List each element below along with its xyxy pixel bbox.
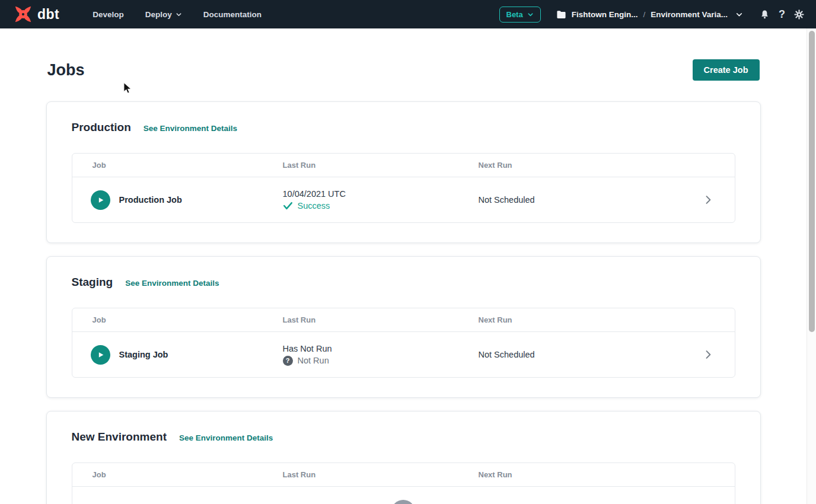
- check-icon: [283, 202, 293, 210]
- beta-dropdown[interactable]: Beta: [499, 7, 541, 23]
- environment-card-staging: Staging See Environment Details Job Last…: [46, 256, 761, 398]
- column-header-job: Job: [72, 315, 283, 324]
- folder-icon: [556, 10, 566, 19]
- nav-item-label: Deploy: [145, 10, 172, 19]
- column-header-next-run: Next Run: [479, 470, 681, 479]
- page-title: Jobs: [47, 61, 85, 79]
- breadcrumb: Fishtown Engin... / Environment Varia...: [556, 10, 743, 19]
- see-environment-details-link[interactable]: See Environment Details: [144, 124, 237, 133]
- environment-card-new-environment: New Environment See Environment Details …: [46, 411, 761, 504]
- nav-utility-icons: ?: [760, 8, 804, 21]
- beta-label: Beta: [506, 10, 523, 19]
- question-circle-icon: ?: [391, 500, 415, 504]
- vertical-scrollbar[interactable]: [807, 28, 816, 504]
- create-job-button[interactable]: Create Job: [693, 59, 760, 81]
- play-icon: [97, 351, 104, 359]
- chevron-down-icon: [527, 11, 534, 18]
- nav-item-label: Develop: [93, 10, 124, 19]
- column-header-last-run: Last Run: [283, 161, 479, 170]
- empty-jobs-state: ?: [72, 487, 735, 504]
- column-header-next-run: Next Run: [479, 315, 681, 324]
- breadcrumb-project[interactable]: Fishtown Engin...: [572, 10, 638, 19]
- jobs-table: Job Last Run Next Run Staging Job: [72, 308, 735, 378]
- job-name[interactable]: Production Job: [119, 195, 182, 205]
- brand-name: dbt: [37, 7, 59, 23]
- last-run-label: Has Not Run: [283, 344, 479, 353]
- run-job-button[interactable]: [91, 190, 110, 210]
- last-run-date: 10/04/2021 UTC: [283, 189, 479, 199]
- environment-title: Production: [72, 121, 131, 134]
- nav-item-label: Documentation: [203, 10, 262, 19]
- primary-nav: Develop Deploy Documentation: [93, 10, 262, 19]
- top-nav: dbt Develop Deploy Documentation Beta: [0, 0, 816, 28]
- page-scroll-area: Jobs Create Job Production See Environme…: [0, 28, 807, 504]
- jobs-table: Job Last Run Next Run Production Job: [72, 153, 735, 223]
- chevron-down-icon[interactable]: [735, 11, 743, 18]
- see-environment-details-link[interactable]: See Environment Details: [179, 433, 273, 442]
- help-icon[interactable]: ?: [779, 8, 785, 21]
- environment-title: Staging: [72, 276, 113, 289]
- question-circle-icon: ?: [283, 356, 293, 366]
- job-name[interactable]: Staging Job: [119, 350, 168, 359]
- help-glyph: ?: [779, 8, 785, 21]
- column-header-last-run: Last Run: [283, 470, 479, 479]
- gear-icon[interactable]: [794, 9, 804, 20]
- nav-item-develop[interactable]: Develop: [93, 10, 124, 19]
- chevron-down-icon: [176, 11, 182, 18]
- job-row[interactable]: Production Job 10/04/2021 UTC Success No…: [72, 177, 735, 222]
- column-header-next-run: Next Run: [479, 161, 681, 170]
- dbt-logo[interactable]: dbt: [13, 4, 59, 24]
- job-row[interactable]: Staging Job Has Not Run ? Not Run Not Sc…: [72, 332, 735, 377]
- bell-icon[interactable]: [760, 9, 770, 20]
- chevron-right-icon[interactable]: [681, 349, 735, 361]
- next-run-value: Not Scheduled: [479, 350, 681, 359]
- breadcrumb-page[interactable]: Environment Varia...: [651, 10, 728, 19]
- column-header-job: Job: [72, 161, 283, 170]
- last-run-status[interactable]: Success: [298, 201, 330, 210]
- column-header-job: Job: [72, 470, 283, 479]
- scrollbar-thumb[interactable]: [809, 31, 815, 332]
- environment-card-production: Production See Environment Details Job L…: [46, 101, 761, 243]
- play-icon: [97, 196, 104, 204]
- last-run-status: Not Run: [298, 356, 329, 365]
- nav-item-deploy[interactable]: Deploy: [145, 10, 182, 19]
- column-header-last-run: Last Run: [283, 315, 479, 324]
- dbt-logo-icon: [13, 4, 33, 24]
- see-environment-details-link[interactable]: See Environment Details: [125, 279, 219, 288]
- nav-item-documentation[interactable]: Documentation: [203, 10, 262, 19]
- breadcrumb-separator: /: [643, 10, 645, 19]
- chevron-right-icon[interactable]: [681, 194, 735, 206]
- next-run-value: Not Scheduled: [479, 195, 681, 205]
- jobs-table: Job Last Run Next Run ?: [72, 462, 735, 504]
- run-job-button[interactable]: [91, 345, 110, 365]
- environment-title: New Environment: [72, 430, 167, 444]
